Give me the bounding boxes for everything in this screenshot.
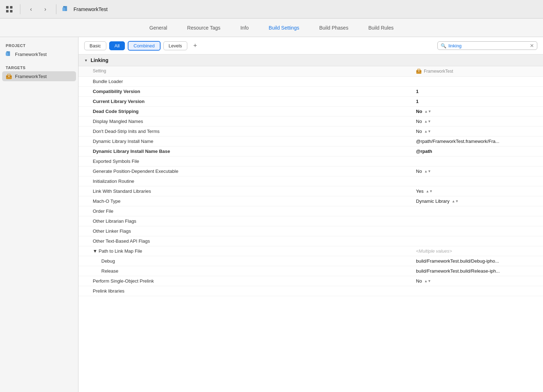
setting-value: @rpath: [416, 149, 537, 154]
setting-name: Dead Code Stripping: [93, 109, 416, 114]
svg-rect-11: [7, 74, 10, 76]
target-briefcase-icon: [6, 73, 12, 79]
setting-name: Dynamic Library Install Name Base: [93, 149, 416, 154]
search-icon: 🔍: [441, 43, 446, 48]
setting-name: Display Mangled Names: [93, 119, 416, 124]
tab-resource-tags[interactable]: Resource Tags: [177, 22, 230, 33]
setting-name: Prelink libraries: [93, 288, 416, 294]
table-row[interactable]: Other Text-Based API Flags: [78, 236, 543, 246]
basic-filter-button[interactable]: Basic: [84, 41, 106, 50]
target-item-label: FrameworkTest: [15, 74, 47, 79]
setting-value: Dynamic Library ▲▼: [416, 198, 537, 204]
stepper-icon: ▲▼: [424, 279, 431, 283]
setting-name: Link With Standard Libraries: [93, 189, 416, 194]
section-triangle-icon: ▼: [84, 58, 88, 62]
search-clear-button[interactable]: ✕: [530, 43, 534, 48]
setting-name: Initialization Routine: [93, 179, 416, 184]
setting-name: Order File: [93, 208, 416, 214]
setting-name: Mach-O Type: [93, 198, 416, 204]
sidebar-item-target[interactable]: FrameworkTest: [2, 71, 76, 81]
table-row[interactable]: Release build/FrameworkTest.build/Releas…: [78, 266, 543, 276]
table-row[interactable]: Display Mangled Names No ▲▼: [78, 117, 543, 127]
stepper-icon: ▲▼: [424, 120, 431, 123]
svg-rect-0: [6, 6, 9, 9]
table-row[interactable]: Debug build/FrameworkTest.build/Debug-ip…: [78, 256, 543, 266]
all-filter-button[interactable]: All: [109, 41, 125, 50]
setting-name: Current Library Version: [93, 99, 416, 104]
tab-general[interactable]: General: [139, 22, 177, 33]
svg-rect-13: [8, 76, 10, 77]
table-row[interactable]: Other Librarian Flags: [78, 216, 543, 226]
target-col-header: FrameworkTest: [416, 68, 537, 74]
table-row[interactable]: Dynamic Library Install Name Base @rpath: [78, 146, 543, 156]
setting-name: Debug: [101, 258, 416, 264]
table-row[interactable]: Other Linker Flags: [78, 226, 543, 236]
tab-info[interactable]: Info: [230, 22, 259, 33]
table-row[interactable]: Don't Dead-Strip Inits and Terms No ▲▼: [78, 127, 543, 136]
levels-filter-button[interactable]: Levels: [163, 41, 188, 50]
setting-col-header: Setting: [93, 68, 416, 74]
target-col-icon: [416, 68, 422, 74]
table-row[interactable]: Dynamic Library Install Name @rpath/Fram…: [78, 136, 543, 146]
combined-filter-button[interactable]: Combined: [128, 41, 160, 51]
setting-value: build/FrameworkTest.build/Release-iph...: [416, 268, 537, 274]
setting-value: 1: [416, 89, 537, 94]
grid-icon[interactable]: [4, 4, 14, 14]
title-separator-2: [56, 4, 56, 14]
project-doc-icon: [6, 51, 12, 57]
table-row[interactable]: Initialization Routine: [78, 176, 543, 186]
table-row[interactable]: Current Library Version 1: [78, 97, 543, 107]
setting-name: Other Linker Flags: [93, 228, 416, 234]
filter-bar: Basic All Combined Levels + 🔍 ✕: [78, 37, 543, 55]
setting-name: Dynamic Library Install Name: [93, 139, 416, 144]
table-row[interactable]: Dead Code Stripping No ▲▼: [78, 107, 543, 117]
stepper-icon: ▲▼: [424, 110, 431, 113]
table-row[interactable]: ▼ Path to Link Map File <Multiple values…: [78, 246, 543, 256]
setting-name: Release: [101, 268, 416, 274]
table-row[interactable]: Prelink libraries: [78, 286, 543, 296]
setting-value: build/FrameworkTest.build/Debug-ipho...: [416, 258, 537, 264]
project-item-label: FrameworkTest: [15, 52, 47, 57]
table-row[interactable]: Generate Position-Dependent Executable N…: [78, 166, 543, 176]
setting-value: No ▲▼: [416, 129, 537, 134]
project-file-icon: [62, 6, 69, 13]
svg-rect-2: [6, 10, 9, 12]
setting-value: No ▲▼: [416, 278, 537, 284]
table-row[interactable]: Perform Single-Object Prelink No ▲▼: [78, 276, 543, 286]
svg-rect-9: [6, 52, 8, 56]
setting-name: ▼ Path to Link Map File: [93, 248, 416, 254]
stepper-icon: ▲▼: [452, 200, 459, 203]
main-layout: PROJECT FrameworkTest TARGETS FrameworkT…: [0, 37, 543, 392]
setting-name: Compatibility Version: [93, 89, 416, 94]
setting-name: Other Text-Based API Flags: [93, 238, 416, 244]
svg-rect-17: [418, 71, 420, 72]
svg-rect-1: [10, 6, 12, 9]
setting-value: No ▲▼: [416, 109, 537, 114]
table-row[interactable]: Exported Symbols File: [78, 156, 543, 166]
project-section-label: PROJECT: [0, 41, 78, 49]
add-filter-button[interactable]: +: [190, 41, 200, 51]
search-input[interactable]: [448, 43, 528, 48]
setting-value: 1: [416, 99, 537, 104]
nav-back-button[interactable]: ‹: [26, 4, 36, 14]
tab-build-rules[interactable]: Build Rules: [358, 22, 404, 33]
setting-value: @rpath/FrameworkTest.framework/Fra...: [416, 139, 537, 144]
tab-build-phases[interactable]: Build Phases: [309, 22, 359, 33]
tab-build-settings[interactable]: Build Settings: [259, 22, 309, 33]
linking-section-header[interactable]: ▼ Linking: [78, 55, 543, 66]
sidebar-item-project[interactable]: FrameworkTest: [0, 49, 78, 59]
setting-name: Exported Symbols File: [93, 159, 416, 164]
table-row[interactable]: Mach-O Type Dynamic Library ▲▼: [78, 196, 543, 206]
table-row[interactable]: Link With Standard Libraries Yes ▲▼: [78, 186, 543, 196]
project-title: FrameworkTest: [73, 6, 108, 12]
table-row[interactable]: Compatibility Version 1: [78, 87, 543, 97]
content-area: Basic All Combined Levels + 🔍 ✕ ▼ Linkin…: [78, 37, 543, 392]
tab-bar: General Resource Tags Info Build Setting…: [0, 19, 543, 37]
nav-forward-button[interactable]: ›: [40, 4, 50, 14]
setting-name: Perform Single-Object Prelink: [93, 278, 416, 284]
setting-value: Yes ▲▼: [416, 189, 537, 194]
setting-name: Generate Position-Dependent Executable: [93, 169, 416, 174]
svg-rect-3: [10, 10, 12, 12]
table-row[interactable]: Order File: [78, 206, 543, 216]
table-row[interactable]: Bundle Loader: [78, 77, 543, 87]
